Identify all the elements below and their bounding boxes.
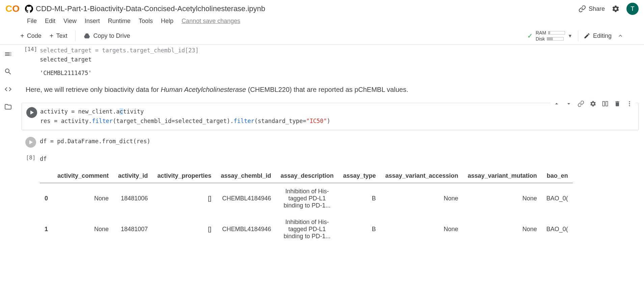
- svg-rect-0: [603, 102, 605, 106]
- svg-point-2: [629, 101, 630, 102]
- table-cell: None: [380, 214, 463, 245]
- table-cell: None: [463, 214, 542, 245]
- code-line: activity = new_client.activity: [40, 107, 638, 116]
- left-rail: [0, 45, 16, 250]
- code-line: res = activity.filter(target_chembl_id=s…: [40, 117, 638, 126]
- table-cell: 18481006: [113, 183, 153, 214]
- table-header: assay_variant_mutation: [463, 169, 542, 183]
- code-cell-14[interactable]: [14] selected_target = targets.target_ch…: [22, 45, 639, 66]
- editing-mode-button[interactable]: Editing: [584, 32, 612, 40]
- cell-body[interactable]: df = pd.DataFrame.from_dict(res): [40, 135, 639, 147]
- menu-edit[interactable]: Edit: [45, 18, 55, 25]
- dataframe-output: activity_commentactivity_idactivity_prop…: [40, 169, 573, 245]
- share-button[interactable]: Share: [579, 5, 605, 13]
- toolbar-right: ✓ RAM Disk ▼ Editing: [527, 30, 624, 42]
- svg-rect-1: [606, 102, 608, 106]
- gear-icon[interactable]: [590, 100, 596, 107]
- table-cell: CHEMBL4184946: [216, 183, 276, 214]
- table-cell: Inhibition of His-tagged PD-L1 binding t…: [276, 183, 338, 214]
- exec-count: [8]: [26, 154, 36, 161]
- code-cell-activity[interactable]: activity = new_client.activity res = act…: [22, 103, 639, 130]
- cell-toolbar: [551, 99, 636, 108]
- table-header: assay_chembl_id: [216, 169, 276, 183]
- resource-meters: RAM Disk: [536, 30, 565, 42]
- table-cell: 1: [40, 214, 53, 245]
- table-cell: []: [153, 183, 216, 214]
- table-cell: BAO_0(: [542, 183, 573, 214]
- code-cell-df-create[interactable]: df = pd.DataFrame.from_dict(res): [22, 135, 639, 148]
- link-icon[interactable]: [578, 100, 584, 107]
- table-cell: 0: [40, 183, 53, 214]
- notebook-content: [14] selected_target = targets.target_ch…: [16, 45, 644, 250]
- add-text-button[interactable]: +Text: [50, 32, 68, 40]
- menu-tools[interactable]: Tools: [139, 18, 153, 25]
- run-button[interactable]: [25, 137, 36, 148]
- table-header: [40, 169, 53, 183]
- table-cell: Inhibition of His-tagged PD-L1 binding t…: [276, 214, 338, 245]
- cell-body[interactable]: selected_target = targets.target_chembl_…: [40, 45, 639, 66]
- table-cell: B: [338, 214, 380, 245]
- header: CO CDD-ML-Part-1-Bioactivity-Data-Concis…: [0, 0, 644, 18]
- menu-file[interactable]: File: [27, 18, 37, 25]
- cell-gutter: [22, 135, 40, 148]
- table-header: assay_type: [338, 169, 380, 183]
- chevron-down-icon[interactable]: ▼: [568, 33, 572, 39]
- files-icon[interactable]: [4, 103, 12, 111]
- table-cell: BAO_0(: [542, 214, 573, 245]
- table-header: activity_id: [113, 169, 153, 183]
- text-cell[interactable]: Here, we will retrieve only bioactivity …: [22, 84, 639, 95]
- gear-icon[interactable]: [612, 5, 620, 13]
- runtime-status[interactable]: ✓ RAM Disk ▼: [527, 30, 572, 42]
- search-icon[interactable]: [4, 68, 12, 76]
- table-row: 0None18481006[]CHEMBL4184946Inhibition o…: [40, 183, 573, 214]
- cell-body[interactable]: activity = new_client.activity res = act…: [40, 106, 638, 127]
- table-cell: 18481007: [113, 214, 153, 245]
- table-cell: CHEMBL4184946: [216, 214, 276, 245]
- cell-gutter: [14]: [22, 45, 40, 52]
- code-cell-8[interactable]: [8] df: [22, 153, 639, 165]
- svg-point-4: [629, 105, 630, 106]
- colab-logo[interactable]: CO: [5, 3, 20, 14]
- more-icon[interactable]: [626, 100, 633, 107]
- menu-help[interactable]: Help: [161, 18, 173, 25]
- cannot-save-label: Cannot save changes: [182, 18, 240, 25]
- divider: [75, 30, 76, 41]
- collapse-button[interactable]: [617, 32, 624, 39]
- cell-body[interactable]: df: [40, 153, 639, 165]
- menu-runtime[interactable]: Runtime: [108, 18, 131, 25]
- run-button[interactable]: [26, 107, 37, 118]
- code-line: selected_target = targets.target_chembl_…: [40, 46, 639, 55]
- table-cell: None: [380, 183, 463, 214]
- avatar[interactable]: T: [626, 3, 639, 15]
- delete-icon[interactable]: [614, 100, 621, 107]
- github-icon: [25, 5, 33, 13]
- table-cell: None: [53, 183, 113, 214]
- table-header: assay_variant_accession: [380, 169, 463, 183]
- cell-gutter: [8]: [22, 153, 40, 161]
- table-row: 1None18481007[]CHEMBL4184946Inhibition o…: [40, 214, 573, 245]
- header-right: Share T: [579, 3, 639, 15]
- move-up-icon[interactable]: [553, 100, 560, 107]
- add-code-button[interactable]: +Code: [20, 32, 42, 40]
- move-down-icon[interactable]: [565, 100, 572, 107]
- title-row: CDD-ML-Part-1-Bioactivity-Data-Concised-…: [25, 4, 573, 13]
- menubar: File Edit View Insert Runtime Tools Help…: [0, 18, 644, 27]
- code-line: df: [40, 154, 639, 164]
- notebook-title[interactable]: CDD-ML-Part-1-Bioactivity-Data-Concised-…: [36, 4, 265, 13]
- table-cell: []: [153, 214, 216, 245]
- snippets-icon[interactable]: [4, 85, 12, 93]
- exec-count: [14]: [24, 46, 37, 52]
- check-icon: ✓: [527, 32, 533, 40]
- menu-view[interactable]: View: [63, 18, 77, 25]
- code-line: df = pd.DataFrame.from_dict(res): [40, 137, 639, 146]
- toc-icon[interactable]: [4, 50, 12, 58]
- copy-to-drive-button[interactable]: Copy to Drive: [84, 32, 130, 40]
- mirror-icon[interactable]: [602, 100, 609, 107]
- table-header: assay_description: [276, 169, 338, 183]
- code-line: selected_target: [40, 55, 639, 64]
- divider: [578, 30, 578, 41]
- svg-point-3: [629, 103, 630, 104]
- table-cell: None: [463, 183, 542, 214]
- menu-insert[interactable]: Insert: [85, 18, 100, 25]
- table-cell: None: [53, 214, 113, 245]
